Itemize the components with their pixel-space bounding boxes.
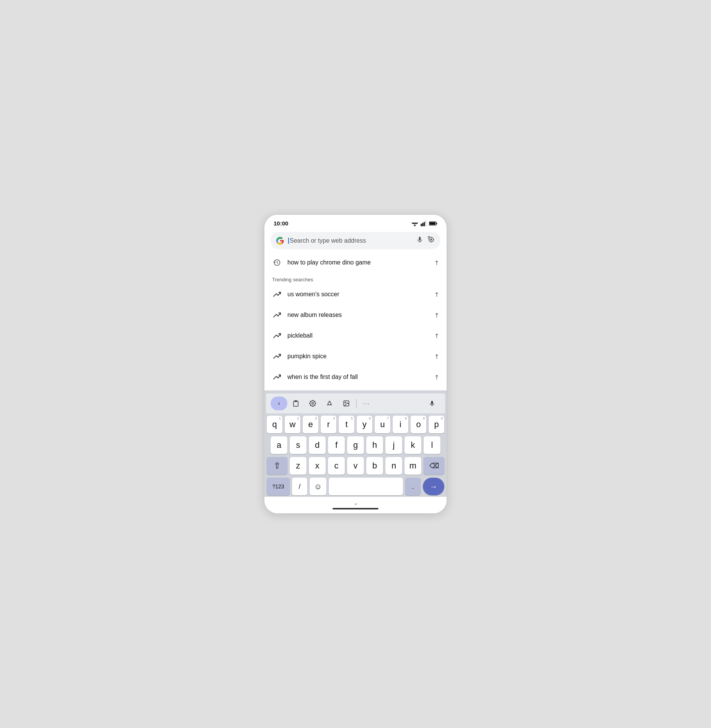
trending-label: Trending searches (264, 273, 447, 284)
key-l[interactable]: l (424, 436, 440, 454)
svg-point-23 (312, 403, 314, 405)
trending-icon-0 (272, 289, 282, 299)
key-q[interactable]: q1 (267, 416, 282, 433)
search-placeholder: Search or type web address (290, 237, 366, 244)
key-a[interactable]: a (271, 436, 287, 454)
trending-icon-1 (272, 310, 282, 320)
key-period[interactable]: . (405, 478, 421, 495)
svg-point-26 (331, 404, 332, 405)
search-input[interactable]: Search or type web address (288, 237, 412, 244)
svg-point-27 (329, 401, 330, 402)
trending-item-2[interactable]: pickleball ↗ (264, 325, 447, 346)
key-t[interactable]: t5 (339, 416, 354, 433)
trending-icon-2 (272, 331, 282, 341)
keyboard-area: ‹ (264, 390, 447, 497)
key-k[interactable]: k (404, 436, 421, 454)
cursor (288, 238, 289, 244)
trending-text-2: pickleball (287, 332, 429, 339)
svg-point-12 (431, 239, 432, 241)
toolbar-settings-btn[interactable] (304, 397, 321, 410)
signal-icon (421, 221, 427, 226)
key-f[interactable]: f (328, 436, 345, 454)
toolbar-divider (356, 399, 357, 408)
svg-rect-17 (428, 237, 430, 238)
key-w[interactable]: w2 (285, 416, 300, 433)
key-shift[interactable]: ⇧ (267, 457, 287, 475)
key-r[interactable]: r4 (321, 416, 336, 433)
key-b[interactable]: b (366, 457, 383, 475)
toolbar-theme-btn[interactable] (321, 397, 338, 410)
search-bar[interactable]: Search or type web address (271, 232, 440, 249)
svg-rect-5 (422, 223, 423, 226)
lens-icon[interactable] (427, 236, 435, 245)
trending-item-1[interactable]: new album releases ↗ (264, 305, 447, 325)
key-row-2: a s d f g h j k l (267, 436, 444, 454)
key-j[interactable]: j (385, 436, 402, 454)
trending-text-1: new album releases (287, 312, 429, 318)
svg-rect-10 (436, 222, 437, 224)
toolbar-back-btn[interactable]: ‹ (271, 397, 287, 410)
key-z[interactable]: z (290, 457, 307, 475)
toolbar-clipboard-btn[interactable] (287, 397, 304, 410)
key-g[interactable]: g (347, 436, 364, 454)
home-indicator (333, 508, 378, 509)
key-row-1: q1 w2 e3 r4 t5 y6 u7 i8 o9 p0 (267, 416, 444, 433)
key-row-3: ⇧ z x c v b n m ⌫ (267, 457, 444, 475)
arrow-icon-3: ↗ (432, 352, 441, 361)
svg-rect-4 (421, 224, 422, 226)
key-v[interactable]: v (347, 457, 364, 475)
search-bar-container: Search or type web address (264, 230, 447, 252)
key-s[interactable]: s (290, 436, 307, 454)
trending-item-0[interactable]: us women's soccer ↗ (264, 284, 447, 305)
trending-item-4[interactable]: when is the first day of fall ↗ (264, 367, 447, 387)
status-bar: 10:00 (264, 215, 447, 230)
recent-search-item[interactable]: how to play chrome dino game ↗ (264, 252, 447, 273)
key-emoji[interactable]: ☺ (310, 478, 326, 495)
key-m[interactable]: m (404, 457, 421, 475)
key-go[interactable]: → (423, 478, 444, 495)
key-e[interactable]: e3 (303, 416, 318, 433)
svg-point-29 (345, 402, 346, 403)
key-space[interactable] (329, 478, 403, 495)
trending-text-4: when is the first day of fall (287, 374, 429, 380)
keyboard-rows: q1 w2 e3 r4 t5 y6 u7 i8 o9 p0 a s d f g … (266, 416, 445, 495)
key-u[interactable]: u7 (375, 416, 390, 433)
trending-icon-3 (272, 351, 282, 361)
google-logo (276, 237, 284, 245)
recent-search-text: how to play chrome dino game (287, 259, 429, 266)
key-i[interactable]: i8 (393, 416, 408, 433)
toolbar-mic-btn[interactable] (424, 397, 440, 410)
key-o[interactable]: o9 (411, 416, 426, 433)
key-num-switch[interactable]: ?123 (267, 478, 290, 495)
key-c[interactable]: c (328, 457, 345, 475)
key-y[interactable]: y6 (357, 416, 372, 433)
key-h[interactable]: h (366, 436, 383, 454)
svg-rect-9 (429, 222, 435, 225)
key-slash[interactable]: / (292, 478, 307, 495)
key-d[interactable]: d (309, 436, 326, 454)
arrow-icon-1: ↗ (432, 311, 441, 320)
key-row-bottom: ?123 / ☺ . → (267, 478, 444, 495)
trending-item-3[interactable]: pumpkin spice ↗ (264, 346, 447, 367)
chevron-down-icon: ⌄ (353, 499, 358, 506)
key-p[interactable]: p0 (429, 416, 444, 433)
svg-point-24 (328, 402, 331, 405)
svg-rect-6 (424, 222, 425, 226)
keyboard-toolbar: ‹ (266, 393, 445, 413)
svg-point-25 (327, 404, 328, 405)
arrow-icon-recent: ↗ (432, 258, 441, 267)
arrow-icon-0: ↗ (432, 290, 441, 299)
key-backspace[interactable]: ⌫ (424, 457, 444, 475)
mic-icon[interactable] (416, 236, 424, 245)
home-area: ⌄ (264, 497, 447, 513)
status-icons (411, 221, 437, 226)
key-n[interactable]: n (385, 457, 402, 475)
toolbar-more-btn[interactable]: ··· (358, 397, 375, 410)
arrow-icon-2: ↗ (432, 331, 441, 340)
trending-text-3: pumpkin spice (287, 353, 429, 360)
wifi-icon (411, 221, 418, 226)
history-icon (272, 258, 282, 268)
key-x[interactable]: x (309, 457, 326, 475)
toolbar-image-btn[interactable] (338, 397, 355, 410)
suggestions-list: how to play chrome dino game ↗ Trending … (264, 252, 447, 390)
